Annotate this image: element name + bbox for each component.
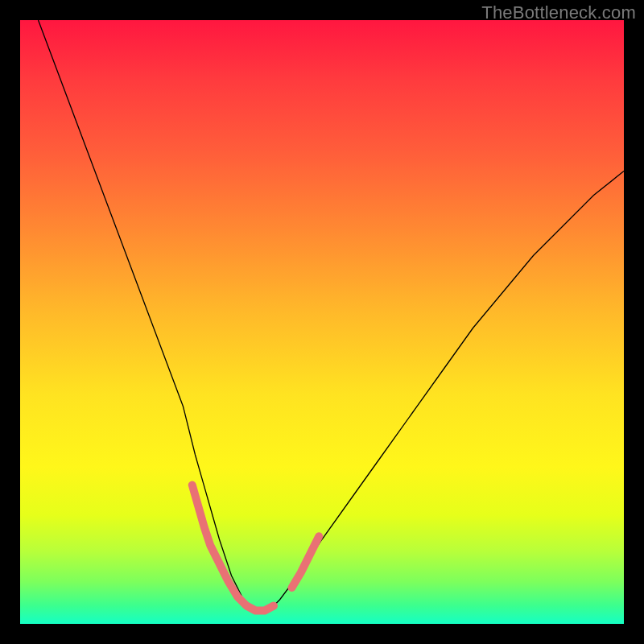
right-pink-segment bbox=[292, 536, 320, 588]
plot-area bbox=[20, 20, 624, 624]
bottleneck-curve bbox=[39, 20, 625, 612]
chart-frame: TheBottleneck.com bbox=[0, 0, 644, 644]
chart-svg bbox=[20, 20, 624, 624]
left-pink-segment bbox=[192, 485, 274, 611]
